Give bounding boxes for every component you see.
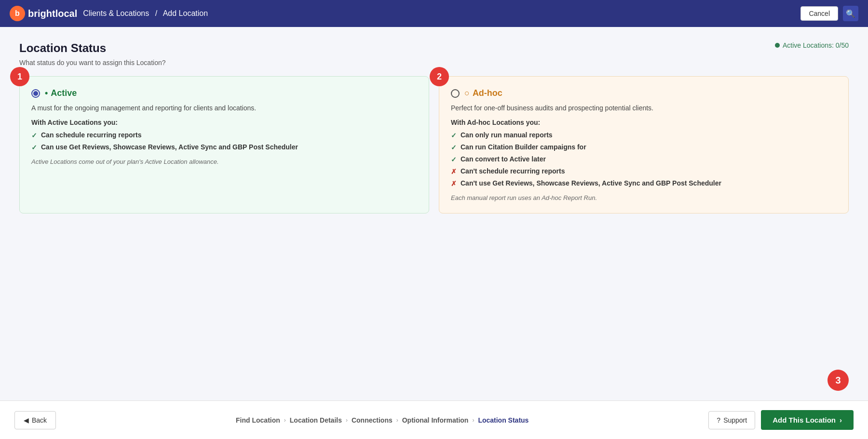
- chevron-left-icon: ◀: [24, 416, 29, 424]
- active-option-title: Active: [45, 88, 77, 98]
- cancel-button[interactable]: Cancel: [800, 6, 838, 21]
- bottom-right: ? Support Add This Location ›: [708, 410, 854, 430]
- nav-step-connections[interactable]: Connections: [352, 416, 393, 424]
- nav-chevron-icon: ›: [396, 417, 398, 424]
- page-title: Location Status: [19, 41, 166, 55]
- support-icon: ?: [717, 416, 720, 424]
- adhoc-option-note: Each manual report run uses an Ad-hoc Re…: [451, 194, 837, 201]
- options-grid: 1 Active A must for the ongoing manageme…: [19, 76, 849, 213]
- nav-chevron-icon: ›: [346, 417, 348, 424]
- nav-step-location-status[interactable]: Location Status: [478, 416, 529, 424]
- cross-icon: ✗: [451, 180, 457, 187]
- logo: b brightlocal: [10, 6, 77, 21]
- active-option-description: A must for the ongoing management and re…: [31, 104, 417, 112]
- adhoc-option-description: Perfect for one-off business audits and …: [451, 104, 837, 112]
- search-button[interactable]: 🔍: [843, 6, 858, 21]
- header-right: Cancel 🔍: [800, 6, 858, 21]
- svg-text:b: b: [15, 9, 20, 17]
- active-option-card: 1 Active A must for the ongoing manageme…: [19, 76, 429, 213]
- step-badge-1: 1: [10, 67, 29, 86]
- nav-step-optional-information[interactable]: Optional Information: [402, 416, 469, 424]
- support-button[interactable]: ? Support: [708, 411, 755, 429]
- chevron-right-icon: ›: [840, 416, 842, 424]
- list-item: ✓ Can convert to Active later: [451, 155, 837, 163]
- active-option-header: Active: [31, 88, 417, 98]
- check-icon: ✓: [451, 132, 457, 139]
- list-item: ✗ Can't use Get Reviews, Showcase Review…: [451, 179, 837, 187]
- active-feature-list: ✓ Can schedule recurring reports ✓ Can u…: [31, 131, 417, 151]
- list-item: ✓ Can run Citation Builder campaigns for: [451, 143, 837, 151]
- active-dot-icon: [775, 43, 780, 48]
- back-button[interactable]: ◀ Back: [14, 411, 56, 429]
- header: b brightlocal Clients & Locations / Add …: [0, 0, 868, 27]
- adhoc-option-title: Ad-hoc: [464, 88, 502, 98]
- breadcrumb: Clients & Locations / Add Location: [83, 9, 208, 18]
- nav-step-location-details[interactable]: Location Details: [290, 416, 342, 424]
- active-option-note: Active Locations come out of your plan's…: [31, 158, 417, 165]
- nav-chevron-icon: ›: [284, 417, 286, 424]
- adhoc-with-label: With Ad-hoc Locations you:: [451, 119, 837, 126]
- adhoc-option-header: Ad-hoc: [451, 88, 837, 98]
- nav-chevron-icon: ›: [472, 417, 474, 424]
- cross-icon: ✗: [451, 168, 457, 175]
- active-locations-text: Active Locations: 0/50: [783, 41, 849, 49]
- list-item: ✓ Can only run manual reports: [451, 131, 837, 139]
- bottom-nav: ◀ Back Find Location › Location Details …: [0, 400, 868, 439]
- list-item: ✗ Can't schedule recurring reports: [451, 167, 837, 175]
- active-radio-button[interactable]: [31, 89, 40, 98]
- main-content: Location Status What status do you want …: [0, 27, 868, 400]
- page-header: Location Status What status do you want …: [19, 41, 849, 67]
- step-badge-2: 2: [430, 67, 449, 86]
- header-left: b brightlocal Clients & Locations / Add …: [10, 6, 208, 21]
- check-icon: ✓: [451, 156, 457, 163]
- search-icon: 🔍: [846, 9, 855, 18]
- logo-text: brightlocal: [28, 8, 77, 19]
- check-icon: ✓: [31, 144, 37, 151]
- list-item: ✓ Can schedule recurring reports: [31, 131, 417, 139]
- title-section: Location Status What status do you want …: [19, 41, 166, 67]
- page-subtitle: What status do you want to assign this L…: [19, 59, 166, 67]
- adhoc-radio-button[interactable]: [451, 89, 460, 98]
- add-location-button[interactable]: Add This Location ›: [761, 410, 854, 430]
- nav-step-find-location[interactable]: Find Location: [236, 416, 280, 424]
- check-icon: ✓: [451, 144, 457, 151]
- adhoc-option-card: 2 Ad-hoc Perfect for one-off business au…: [439, 76, 849, 213]
- list-item: ✓ Can use Get Reviews, Showcase Reviews,…: [31, 143, 417, 151]
- check-icon: ✓: [31, 132, 37, 139]
- step-badge-3: 3: [827, 370, 849, 391]
- active-with-label: With Active Locations you:: [31, 119, 417, 126]
- nav-steps: Find Location › Location Details › Conne…: [236, 416, 529, 424]
- adhoc-feature-list: ✓ Can only run manual reports ✓ Can run …: [451, 131, 837, 187]
- active-locations-badge: Active Locations: 0/50: [775, 41, 849, 49]
